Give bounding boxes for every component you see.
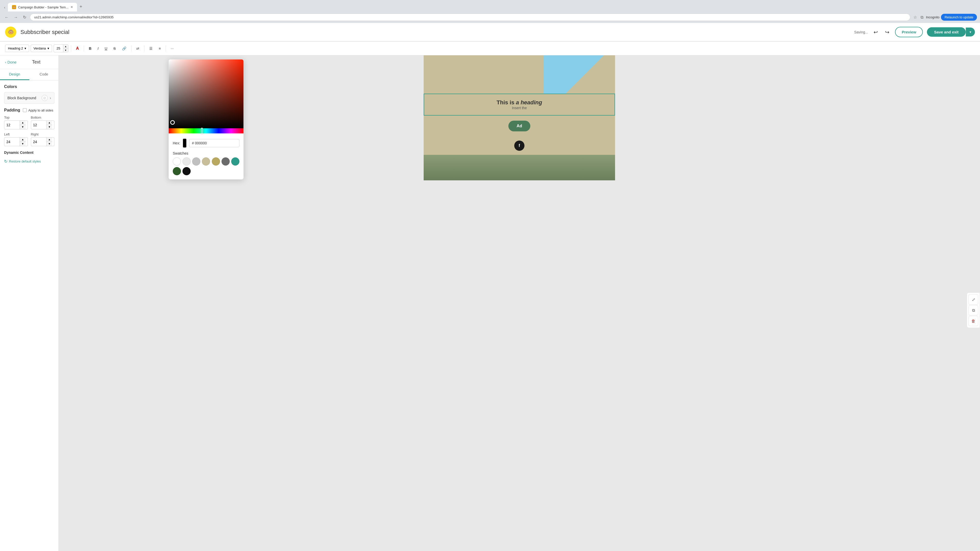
email-cta-btn[interactable]: Ad <box>508 121 530 131</box>
app-header: 🐵 Subbscriber special Saving... ↩ ↪ Prev… <box>0 23 980 41</box>
color-preview: ⊘ › <box>41 95 51 101</box>
strikethrough-btn[interactable]: S <box>111 45 118 52</box>
toolbar-divider-1 <box>71 45 71 52</box>
back-btn[interactable]: ← <box>3 14 10 21</box>
swatch-teal[interactable] <box>231 157 239 165</box>
text-color-btn[interactable]: A <box>74 44 81 52</box>
browser-nav: ← → ↻ us21.admin.mailchimp.com/email/edi… <box>0 11 980 23</box>
extensions-btn[interactable]: ⧉ <box>920 14 924 21</box>
preview-btn[interactable]: Preview <box>895 27 923 37</box>
color-gradient-area[interactable] <box>169 59 243 128</box>
tab-code[interactable]: Code <box>29 69 59 80</box>
refresh-btn[interactable]: ↻ <box>21 14 28 21</box>
active-tab[interactable]: 🐵 Campaign Builder - Sample Tem... × <box>8 3 77 11</box>
text-dir-btn[interactable]: ⇄ <box>134 45 142 52</box>
address-bar[interactable]: us21.admin.mailchimp.com/email/editor?id… <box>30 14 910 21</box>
color-spectrum-bar[interactable] <box>169 128 243 133</box>
top-input[interactable] <box>4 121 20 129</box>
save-dropdown-btn[interactable]: ▾ <box>966 27 975 37</box>
apply-all-label: Apply to all sides <box>28 108 53 112</box>
tab-close-btn[interactable]: × <box>70 5 73 10</box>
top-down-btn[interactable]: ▼ <box>20 125 25 129</box>
font-size-down-btn[interactable]: ▼ <box>63 48 68 52</box>
font-size-input[interactable] <box>54 45 63 52</box>
tab-design[interactable]: Design <box>0 69 29 80</box>
done-chevron-icon: ‹ <box>5 60 6 64</box>
left-input[interactable] <box>4 138 20 145</box>
editor-toolbar: Heading 2 ▾ Verdana ▾ ▲ ▼ A B I U S 🔗 ⇄ … <box>0 41 980 56</box>
duplicate-tool-btn[interactable]: ⧉ <box>969 305 978 316</box>
save-exit-btn[interactable]: Save and exit <box>927 27 966 37</box>
swatch-tan[interactable] <box>202 157 210 165</box>
undo-btn[interactable]: ↩ <box>872 27 880 37</box>
swatch-light-gray[interactable] <box>183 157 191 165</box>
right-down-btn[interactable]: ▼ <box>46 142 52 146</box>
top-label: Top <box>4 116 28 119</box>
hex-input[interactable] <box>189 139 239 147</box>
swatch-dark-gray[interactable] <box>221 157 230 165</box>
left-down-btn[interactable]: ▼ <box>20 142 25 146</box>
block-background-row[interactable]: Block Background ⊘ › <box>4 92 54 104</box>
browser-back-chevron[interactable]: ‹ <box>2 3 7 11</box>
relaunch-btn[interactable]: Relaunch to update <box>941 14 977 21</box>
swatches-grid <box>173 157 239 175</box>
swatches-title: Swatches <box>173 151 239 156</box>
delete-tool-btn[interactable]: 🗑 <box>969 316 978 326</box>
canvas-area: This is a heading Insert the Ad f <box>59 56 980 551</box>
bottom-down-btn[interactable]: ▼ <box>46 125 52 129</box>
font-size-up-btn[interactable]: ▲ <box>63 44 68 48</box>
main-layout: ‹ Done Text Design Code Colors Block Bac… <box>0 56 980 551</box>
tab-bar: ‹ 🐵 Campaign Builder - Sample Tem... × + <box>0 0 980 11</box>
bottom-input[interactable] <box>31 121 46 129</box>
toolbar-divider-4 <box>144 45 145 52</box>
padding-right-field: Right ▲ ▼ <box>31 132 55 146</box>
underline-btn[interactable]: U <box>102 45 110 52</box>
move-tool-btn[interactable]: ⤢ <box>969 294 978 305</box>
email-text-block[interactable]: This is a heading Insert the <box>424 94 615 116</box>
facebook-icon[interactable]: f <box>514 141 525 151</box>
color-swatch: ⊘ <box>41 95 48 101</box>
padding-header: Padding Apply to all sides <box>4 108 54 113</box>
right-tools: ⤢ ⧉ 🗑 <box>967 292 980 328</box>
bottom-up-btn[interactable]: ▲ <box>46 121 52 125</box>
swatch-white[interactable] <box>173 157 181 165</box>
font-select[interactable]: Verdana ▾ <box>30 44 52 52</box>
forward-btn[interactable]: → <box>12 14 19 21</box>
block-background-label: Block Background <box>7 96 36 100</box>
bottom-input-wrap: ▲ ▼ <box>31 121 55 129</box>
apply-all-checkbox[interactable]: Apply to all sides <box>23 108 53 112</box>
app-logo: 🐵 <box>5 27 16 38</box>
font-size-control[interactable]: ▲ ▼ <box>54 44 68 52</box>
font-value: Verdana <box>33 46 46 50</box>
redo-btn[interactable]: ↪ <box>883 27 891 37</box>
restore-link[interactable]: ↻ Restore default styles <box>4 159 54 164</box>
left-up-btn[interactable]: ▲ <box>20 138 25 142</box>
new-tab-btn[interactable]: + <box>78 2 84 11</box>
right-up-btn[interactable]: ▲ <box>46 138 52 142</box>
italic-btn[interactable]: I <box>95 45 101 52</box>
right-input[interactable] <box>31 138 46 145</box>
heading-select[interactable]: Heading 2 ▾ <box>5 44 29 52</box>
bookmark-btn[interactable]: ☆ <box>912 14 918 21</box>
top-up-btn[interactable]: ▲ <box>20 121 25 125</box>
unordered-list-btn[interactable]: ☰ <box>147 45 155 52</box>
color-picker-handle[interactable] <box>170 120 175 125</box>
more-options-btn[interactable]: ··· <box>169 45 176 52</box>
left-input-wrap: ▲ ▼ <box>4 137 28 146</box>
done-btn[interactable]: ‹ Done <box>5 60 17 64</box>
swatch-dark-green[interactable] <box>173 167 181 175</box>
hex-row: Hex: <box>173 138 239 148</box>
right-label: Right <box>31 132 55 136</box>
spectrum-handle[interactable] <box>201 128 203 134</box>
padding-bottom-field: Bottom ▲ ▼ <box>31 116 55 129</box>
apply-all-checkbox-box[interactable] <box>23 108 27 112</box>
swatch-black[interactable] <box>183 167 191 175</box>
bold-btn[interactable]: B <box>86 45 94 52</box>
ordered-list-btn[interactable]: ≡ <box>156 45 163 52</box>
tab-favicon: 🐵 <box>12 5 16 9</box>
swatch-gold[interactable] <box>212 157 220 165</box>
link-btn[interactable]: 🔗 <box>120 45 129 52</box>
toolbar-divider-2 <box>84 45 84 52</box>
swatch-gray[interactable] <box>192 157 200 165</box>
heading-value: Heading 2 <box>8 46 23 50</box>
